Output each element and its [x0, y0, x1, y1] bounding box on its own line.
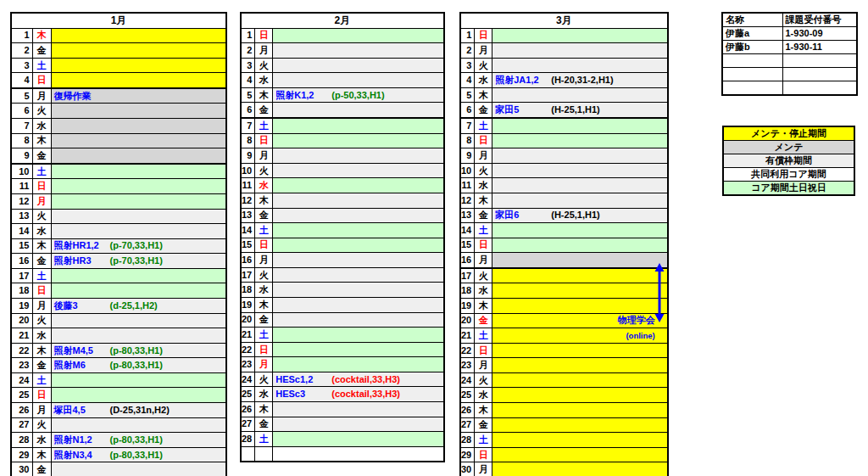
- weekday-cell[interactable]: 金: [32, 254, 51, 269]
- entry-cell[interactable]: 照射HR1,2(p-70,33,H1): [51, 238, 226, 254]
- weekday-cell[interactable]: 土: [475, 223, 492, 238]
- entry-cell[interactable]: [273, 163, 444, 178]
- weekday-cell[interactable]: 木: [475, 193, 492, 208]
- entry-cell[interactable]: [51, 193, 226, 209]
- weekday-cell[interactable]: 土: [32, 164, 51, 179]
- weekday-cell[interactable]: 火: [32, 417, 51, 433]
- day-number-cell[interactable]: 11: [11, 179, 32, 194]
- weekday-cell[interactable]: 火: [475, 372, 492, 388]
- weekday-cell[interactable]: 火: [475, 58, 492, 73]
- entry-cell[interactable]: [273, 267, 444, 283]
- entry-cell[interactable]: [273, 297, 444, 312]
- weekday-cell[interactable]: 日: [255, 28, 273, 43]
- weekday-cell[interactable]: 火: [32, 104, 51, 119]
- weekday-cell[interactable]: 火: [255, 163, 273, 178]
- weekday-cell[interactable]: 日: [32, 179, 51, 194]
- day-number-cell[interactable]: 25: [11, 388, 32, 403]
- weekday-cell[interactable]: 火: [475, 163, 492, 178]
- info-number-cell[interactable]: [782, 81, 857, 96]
- day-number-cell[interactable]: 10: [241, 163, 255, 178]
- weekday-cell[interactable]: 月: [255, 43, 273, 59]
- entry-cell[interactable]: [492, 358, 668, 373]
- weekday-cell[interactable]: 日: [475, 343, 492, 358]
- day-number-cell[interactable]: 27: [241, 417, 255, 432]
- day-number-cell[interactable]: 22: [11, 343, 32, 358]
- day-number-cell[interactable]: 2: [460, 43, 475, 59]
- info-name-cell[interactable]: [722, 68, 782, 81]
- day-number-cell[interactable]: 30: [460, 462, 475, 476]
- entry-cell[interactable]: [51, 73, 226, 88]
- weekday-cell[interactable]: 水: [475, 388, 492, 403]
- entry-cell[interactable]: [492, 87, 668, 103]
- conference-period-arrow-icon[interactable]: [652, 263, 667, 322]
- weekday-cell[interactable]: 月: [475, 253, 492, 268]
- info-number-cell[interactable]: 1-930-11: [782, 41, 857, 54]
- day-number-cell[interactable]: 5: [241, 87, 255, 103]
- day-number-cell[interactable]: 18: [11, 283, 32, 299]
- weekday-cell[interactable]: 月: [255, 357, 273, 372]
- entry-cell[interactable]: [492, 238, 668, 253]
- entry-cell[interactable]: 復帰作業: [51, 88, 226, 104]
- day-number-cell[interactable]: 28: [460, 433, 475, 448]
- weekday-cell[interactable]: 水: [32, 328, 51, 344]
- entry-cell[interactable]: [51, 148, 226, 164]
- entry-cell[interactable]: [51, 164, 226, 179]
- weekday-cell[interactable]: 木: [255, 193, 273, 208]
- weekday-cell[interactable]: 金: [32, 358, 51, 373]
- day-number-cell[interactable]: [241, 446, 255, 462]
- entry-cell[interactable]: [51, 133, 226, 148]
- entry-cell[interactable]: [273, 28, 444, 43]
- weekday-cell[interactable]: 金: [32, 462, 51, 476]
- entry-cell[interactable]: [273, 193, 444, 208]
- weekday-cell[interactable]: 木: [475, 403, 492, 418]
- day-number-cell[interactable]: 23: [241, 357, 255, 372]
- weekday-cell[interactable]: 月: [32, 403, 51, 418]
- weekday-cell[interactable]: 水: [475, 178, 492, 193]
- weekday-cell[interactable]: 水: [255, 178, 273, 193]
- day-number-cell[interactable]: 20: [460, 313, 475, 328]
- weekday-cell[interactable]: 火: [255, 58, 273, 73]
- entry-cell[interactable]: [273, 58, 444, 73]
- day-number-cell[interactable]: 16: [241, 253, 255, 268]
- day-number-cell[interactable]: 2: [241, 43, 255, 59]
- day-number-cell[interactable]: 6: [11, 104, 32, 119]
- entry-cell[interactable]: 家田6(H-25,1,H1): [492, 208, 668, 223]
- day-number-cell[interactable]: 2: [11, 43, 32, 59]
- day-number-cell[interactable]: 8: [11, 133, 32, 148]
- entry-cell[interactable]: [492, 388, 668, 403]
- day-number-cell[interactable]: 8: [241, 133, 255, 148]
- day-number-cell[interactable]: 4: [460, 73, 475, 88]
- entry-cell[interactable]: [492, 433, 668, 448]
- weekday-cell[interactable]: 木: [475, 87, 492, 103]
- entry-cell[interactable]: [51, 224, 226, 239]
- weekday-cell[interactable]: 木: [255, 297, 273, 312]
- entry-cell[interactable]: [492, 253, 668, 268]
- day-number-cell[interactable]: 22: [241, 342, 255, 357]
- entry-cell[interactable]: [273, 133, 444, 148]
- entry-cell[interactable]: [273, 357, 444, 372]
- entry-cell[interactable]: HESc3(cocktail,33,H3): [273, 387, 444, 402]
- entry-cell[interactable]: [51, 372, 226, 388]
- weekday-cell[interactable]: 日: [255, 133, 273, 148]
- weekday-cell[interactable]: 木: [475, 298, 492, 313]
- weekday-cell[interactable]: 土: [475, 118, 492, 133]
- day-number-cell[interactable]: 21: [460, 328, 475, 344]
- day-number-cell[interactable]: 6: [460, 103, 475, 118]
- entry-cell[interactable]: 照射N1,2(p-80,33,H1): [51, 433, 226, 448]
- weekday-cell[interactable]: 火: [32, 313, 51, 328]
- weekday-cell[interactable]: 水: [475, 283, 492, 299]
- entry-cell[interactable]: [492, 417, 668, 433]
- entry-cell[interactable]: 照射HR3(p-70,33,H1): [51, 254, 226, 269]
- day-number-cell[interactable]: 3: [460, 58, 475, 73]
- entry-cell[interactable]: [51, 328, 226, 344]
- entry-cell[interactable]: [51, 104, 226, 119]
- weekday-cell[interactable]: 土: [32, 58, 51, 73]
- day-number-cell[interactable]: 12: [460, 193, 475, 208]
- entry-cell[interactable]: [273, 402, 444, 417]
- weekday-cell[interactable]: 火: [475, 268, 492, 283]
- day-number-cell[interactable]: 7: [460, 118, 475, 133]
- entry-cell[interactable]: 家田5(H-25,1,H1): [492, 103, 668, 118]
- weekday-cell[interactable]: 火: [32, 209, 51, 224]
- day-number-cell[interactable]: 4: [11, 73, 32, 88]
- weekday-cell[interactable]: 日: [32, 73, 51, 88]
